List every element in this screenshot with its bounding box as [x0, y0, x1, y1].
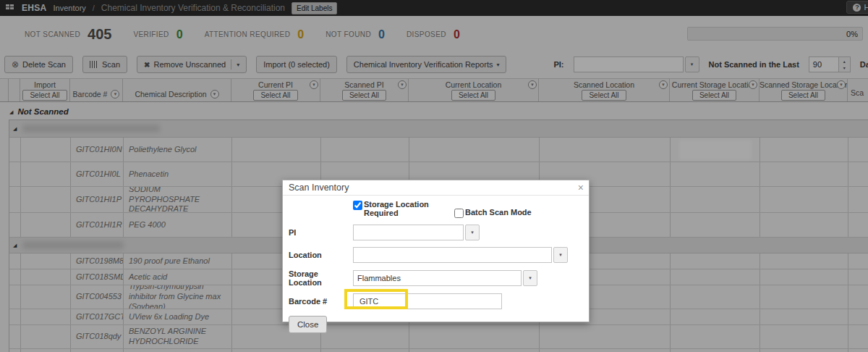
scan-inventory-dialog: Scan Inventory × Storage Location Requir… [282, 180, 590, 322]
checkbox-label: Batch Scan Mode [465, 208, 532, 218]
chevron-down-icon[interactable]: ▾ [465, 225, 480, 240]
batch-scan-mode-input[interactable] [454, 209, 464, 218]
dialog-actions-row: Close [289, 316, 583, 333]
chevron-down-icon[interactable]: ▾ [523, 270, 537, 286]
storage-location-required-checkbox[interactable]: Storage Location Required [353, 200, 444, 217]
storage-location-required-input[interactable] [353, 201, 362, 210]
checkbox-label: Storage Location Required [364, 200, 444, 217]
batch-scan-mode-checkbox[interactable]: Batch Scan Mode [454, 208, 532, 218]
dialog-title: Scan Inventory [289, 183, 349, 193]
storage-location-field-label: Storage Location [289, 269, 353, 287]
barcode-input[interactable] [353, 293, 502, 309]
storage-location-combobox[interactable]: ▾ [353, 270, 537, 286]
close-icon[interactable]: × [578, 182, 584, 193]
chevron-down-icon[interactable]: ▾ [553, 247, 568, 263]
barcode-field-row: Barcode # [289, 293, 583, 309]
dialog-titlebar[interactable]: Scan Inventory × [283, 180, 589, 196]
barcode-field-label: Barcode # [289, 297, 353, 306]
location-field-label: Location [289, 251, 353, 259]
location-combobox[interactable]: ▾ [353, 247, 568, 263]
dialog-body: Storage Location Required Batch Scan Mod… [283, 196, 589, 333]
checkbox-row: Storage Location Required Batch Scan Mod… [353, 200, 583, 218]
close-button[interactable]: Close [289, 316, 327, 333]
pi-input[interactable] [353, 225, 464, 240]
location-field-row: Location ▾ [289, 247, 583, 263]
pi-field-label: PI [289, 228, 353, 237]
storage-location-input[interactable] [353, 270, 522, 286]
storage-location-field-row: Storage Location ▾ [289, 269, 583, 287]
pi-field-row: PI ▾ [289, 225, 583, 240]
location-input[interactable] [353, 247, 552, 263]
pi-combobox[interactable]: ▾ [353, 225, 480, 240]
